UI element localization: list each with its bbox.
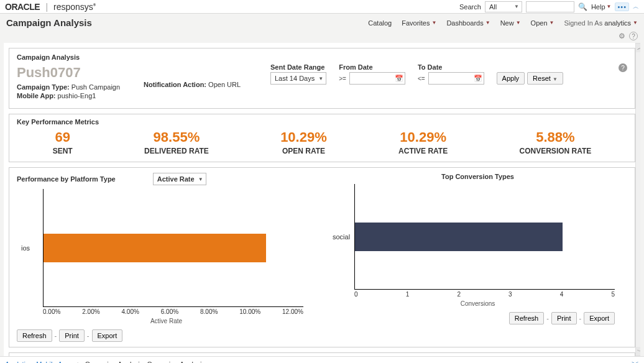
campaign-type: Campaign Type: Push Campaign	[17, 83, 129, 91]
brand-logo: ORACLE | responsys®	[5, 2, 96, 12]
metric-select[interactable]: Active Rate	[153, 173, 206, 185]
breadcrumb-sep: >	[75, 361, 85, 364]
sent-range-select[interactable]: Last 14 Days	[270, 72, 326, 85]
scroll-up-icon[interactable]: ︿	[636, 44, 640, 52]
nav-favorites[interactable]: Favorites▼	[402, 19, 436, 27]
kpi-sent: 69 SENT	[53, 129, 73, 155]
to-op: <=	[418, 75, 425, 82]
print-button[interactable]: Print	[59, 329, 85, 342]
gear-icon[interactable]: ⚙	[619, 32, 625, 40]
print-button-right[interactable]: Print	[551, 312, 577, 324]
calendar-icon[interactable]: 📅	[395, 75, 403, 83]
nav-open[interactable]: Open▼	[531, 19, 554, 27]
conversion-chart: social	[354, 184, 615, 290]
signed-in-block: Signed In As analytics▼	[564, 19, 638, 27]
kpi-active-rate: 10.29% ACTIVE RATE	[398, 129, 448, 155]
breadcrumb-current: Campaign Analysis: Campaign Analysis	[85, 361, 205, 364]
breadcrumb: Analytics: Mobile Apps > Campaign Analys…	[0, 356, 644, 363]
from-date-input[interactable]: 📅	[349, 72, 405, 85]
kpi-open-rate: 10.29% OPEN RATE	[280, 129, 327, 155]
left-x-label: Active Rate	[17, 318, 316, 324]
left-x-ticks: 0.00%2.00%4.00%6.00%8.00%10.00%12.00%	[43, 308, 303, 315]
user-menu[interactable]: analytics▼	[604, 19, 638, 27]
mobile-app: Mobile App: pushio-Eng1	[17, 92, 129, 99]
left-chart-title: Performance by Platform Type	[17, 175, 116, 183]
right-x-label: Conversions	[328, 300, 627, 307]
platform-chart: ios	[43, 189, 303, 307]
breadcrumb-link[interactable]: Analytics: Mobile Apps	[5, 361, 73, 364]
nav-new[interactable]: New▼	[500, 19, 521, 27]
to-date-input[interactable]: 📅	[428, 72, 484, 85]
campaign-name: Push0707	[17, 65, 129, 81]
export-button-right[interactable]: Export	[584, 312, 615, 324]
refresh-button[interactable]: Refresh	[17, 329, 52, 342]
nav-catalog[interactable]: Catalog	[368, 19, 392, 27]
notification-action: Notification Action: Open URL	[144, 81, 255, 88]
scrollbar[interactable]: ︿ ﹀	[635, 43, 640, 356]
to-date-label: To Date	[418, 63, 484, 71]
from-date-label: From Date	[339, 63, 405, 71]
section-label: Campaign Analysis	[17, 53, 627, 61]
brand-main: ORACLE	[5, 2, 40, 12]
help-circle-icon[interactable]: ?	[619, 63, 627, 72]
topbar: ORACLE | responsys® Search All 🔍 Help▼ •…	[0, 0, 644, 14]
y-label-social: social	[333, 233, 350, 241]
kpi-conversion-rate: 5.88% CONVERSION RATE	[520, 129, 592, 155]
export-button[interactable]: Export	[92, 329, 123, 342]
refresh-button-right[interactable]: Refresh	[509, 312, 545, 324]
brand-sub: responsys	[53, 2, 93, 12]
calendar-icon[interactable]: 📅	[474, 75, 482, 83]
apply-button[interactable]: Apply	[497, 72, 525, 85]
bar-social[interactable]	[355, 223, 563, 251]
sent-range-label: Sent Date Range	[270, 63, 326, 71]
scroll-down-icon[interactable]: ﹀	[636, 347, 640, 356]
bar-ios[interactable]	[44, 234, 266, 262]
nav-dashboards[interactable]: Dashboards▼	[446, 19, 490, 27]
search-label: Search	[459, 3, 481, 11]
search-icon[interactable]: 🔍	[578, 2, 587, 11]
right-chart-title: Top Conversion Types	[328, 173, 627, 180]
reset-button[interactable]: Reset ▼	[527, 72, 563, 85]
search-scope-select[interactable]: All	[485, 1, 522, 12]
collapse-icon[interactable]: ︿	[633, 2, 639, 11]
brand-separator: |	[46, 2, 48, 12]
signed-in-label: Signed In As	[564, 19, 602, 27]
scroll-down-page-icon[interactable]: ﹀	[632, 359, 639, 363]
help-icon[interactable]: ?	[629, 32, 638, 40]
more-button[interactable]: •••	[615, 2, 629, 11]
kpi-delivered-rate: 98.55% DELIVERED RATE	[144, 129, 209, 155]
from-op: >=	[339, 75, 346, 82]
search-input[interactable]	[526, 1, 574, 12]
help-menu[interactable]: Help▼	[591, 3, 612, 11]
kpi-title: Key Performance Metrics	[17, 118, 627, 126]
page-title: Campaign Analysis	[6, 17, 92, 28]
y-label-ios: ios	[21, 244, 30, 252]
right-x-ticks: 012345	[354, 291, 615, 298]
page-header: Campaign Analysis Catalog Favorites▼ Das…	[0, 14, 644, 32]
